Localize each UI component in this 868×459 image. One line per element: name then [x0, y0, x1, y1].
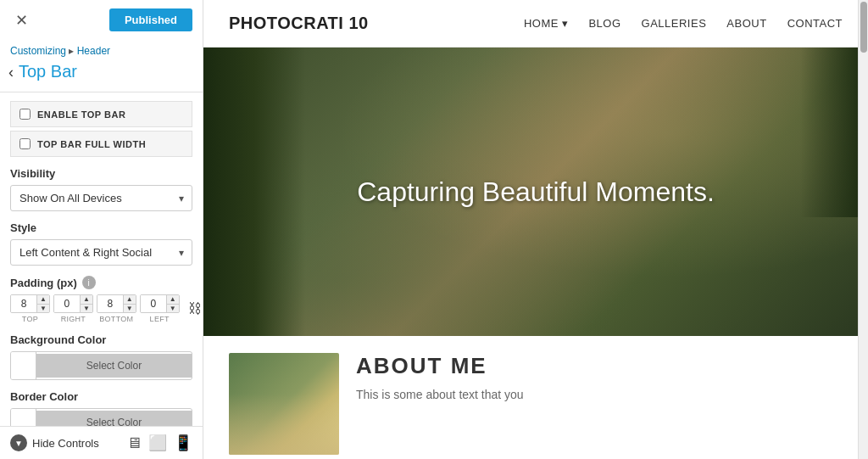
home-dropdown-icon: ▾ — [562, 17, 569, 30]
preview-scrollbar[interactable] — [858, 0, 868, 459]
padding-bottom-field: ▲ ▼ BOTTOM — [97, 294, 136, 323]
style-group: Style Left Content & Right Social Left S… — [10, 221, 192, 266]
spinbox-left-down[interactable]: ▼ — [167, 305, 179, 313]
spinbox-bottom-buttons: ▲ ▼ — [123, 295, 136, 312]
top-bar-full-width-label: TOP BAR FULL WIDTH — [37, 139, 146, 149]
padding-header: Padding (px) i — [10, 276, 192, 289]
site-nav: HOME ▾ BLOG GALLERIES ABOUT CONTACT — [524, 17, 843, 30]
visibility-select-wrapper: Show On All Devices Hide On Mobile Hide … — [10, 185, 192, 211]
hide-controls-button[interactable]: ▼ Hide Controls — [10, 434, 99, 451]
info-icon[interactable]: i — [82, 276, 96, 289]
padding-inputs: ▲ ▼ TOP ▲ ▼ RIGHT — [10, 294, 192, 323]
padding-left-input[interactable] — [141, 295, 166, 312]
preview-panel: PHOTOCRATI 10 HOME ▾ BLOG GALLERIES ABOU… — [203, 0, 868, 459]
style-select[interactable]: Left Content & Right Social Left Social … — [10, 239, 192, 266]
spinbox-bottom-down[interactable]: ▼ — [124, 305, 136, 313]
enable-top-bar-checkbox[interactable] — [19, 109, 31, 120]
tree-left-decoration — [203, 48, 305, 336]
nav-blog: BLOG — [588, 17, 620, 30]
top-bar-full-width-checkbox[interactable] — [19, 138, 31, 149]
section-title: Top Bar — [19, 62, 77, 81]
padding-right-spinbox[interactable]: ▲ ▼ — [53, 294, 93, 313]
background-color-swatch[interactable] — [11, 352, 36, 379]
breadcrumb-header-link[interactable]: Header — [77, 45, 110, 57]
padding-top-spinbox[interactable]: ▲ ▼ — [10, 294, 50, 313]
enable-top-bar-row[interactable]: ENABLE TOP BAR — [10, 101, 192, 127]
padding-top-field: ▲ ▼ TOP — [10, 294, 50, 323]
thumbnail-overlay — [229, 394, 339, 455]
nav-home: HOME ▾ — [524, 17, 569, 30]
visibility-select[interactable]: Show On All Devices Hide On Mobile Hide … — [10, 185, 192, 211]
breadcrumb: Customizing ▸ Header — [0, 38, 203, 59]
spinbox-top-down[interactable]: ▼ — [37, 305, 49, 313]
select-border-color-button[interactable]: Select Color — [36, 411, 192, 426]
desktop-icon[interactable]: 🖥 — [126, 434, 142, 452]
nav-galleries: GALLERIES — [642, 17, 707, 30]
border-color-section: Border Color Select Color — [10, 390, 192, 426]
border-color-picker: Select Color — [10, 408, 192, 426]
padding-right-field: ▲ ▼ RIGHT — [53, 294, 93, 323]
spinbox-right-up[interactable]: ▲ — [81, 295, 92, 305]
background-color-label: Background Color — [10, 333, 192, 346]
breadcrumb-customizing-link[interactable]: Customizing — [10, 45, 66, 57]
panel-footer: ▼ Hide Controls 🖥 ⬜ 📱 — [0, 426, 203, 459]
select-background-color-button[interactable]: Select Color — [36, 354, 192, 378]
back-button[interactable]: ‹ — [7, 64, 19, 80]
about-text: ABOUT ME This is some about text that yo… — [356, 353, 843, 455]
padding-label: Padding (px) — [10, 277, 77, 289]
spinbox-left-buttons: ▲ ▼ — [166, 295, 179, 312]
spinbox-bottom-up[interactable]: ▲ — [124, 295, 136, 305]
spinbox-top-up[interactable]: ▲ — [37, 295, 49, 305]
padding-left-spinbox[interactable]: ▲ ▼ — [140, 294, 180, 313]
scrollbar-thumb[interactable] — [860, 2, 867, 53]
spinbox-right-down[interactable]: ▼ — [81, 305, 92, 313]
nav-about: ABOUT — [726, 17, 766, 30]
spinbox-left-up[interactable]: ▲ — [167, 295, 179, 305]
customizer-panel: ✕ Published Customizing ▸ Header ‹ Top B… — [0, 0, 203, 459]
padding-left-label: LEFT — [150, 315, 170, 323]
nav-contact: CONTACT — [787, 17, 843, 30]
border-color-swatch[interactable] — [11, 409, 36, 426]
visibility-group: Visibility Show On All Devices Hide On M… — [10, 167, 192, 211]
panel-header: ✕ Published Customizing ▸ Header ‹ Top B… — [0, 0, 203, 92]
background-color-section: Background Color Select Color — [10, 333, 192, 380]
hero-section: Capturing Beautiful Moments. — [203, 48, 868, 336]
published-button[interactable]: Published — [109, 8, 192, 31]
style-select-wrapper: Left Content & Right Social Left Social … — [10, 239, 192, 266]
padding-bottom-label: BOTTOM — [99, 315, 133, 323]
padding-right-label: RIGHT — [61, 315, 86, 323]
about-description: This is some about text that you — [356, 386, 843, 404]
visibility-label: Visibility — [10, 167, 192, 180]
enable-top-bar-label: ENABLE TOP BAR — [37, 109, 125, 120]
home-nav-label: HOME — [524, 17, 559, 30]
close-button[interactable]: ✕ — [10, 9, 33, 31]
breadcrumb-separator: ▸ — [66, 45, 77, 57]
background-color-picker: Select Color — [10, 351, 192, 380]
content-section: ABOUT ME This is some about text that yo… — [203, 336, 868, 459]
padding-top-input[interactable] — [11, 295, 36, 312]
site-logo: PHOTOCRATI 10 — [229, 14, 369, 33]
site-header: PHOTOCRATI 10 HOME ▾ BLOG GALLERIES ABOU… — [203, 0, 868, 48]
padding-right-input[interactable] — [54, 295, 80, 312]
padding-left-field: ▲ ▼ LEFT — [140, 294, 180, 323]
hide-icon: ▼ — [10, 434, 27, 451]
spinbox-right-buttons: ▲ ▼ — [80, 295, 92, 312]
border-color-label: Border Color — [10, 390, 192, 403]
back-row: ‹ Top Bar — [0, 59, 203, 92]
about-thumbnail — [229, 353, 339, 455]
top-bar-full-width-row[interactable]: TOP BAR FULL WIDTH — [10, 131, 192, 157]
hero-headline: Capturing Beautiful Moments. — [357, 176, 715, 208]
hero-text: Capturing Beautiful Moments. — [357, 176, 715, 208]
padding-top-label: TOP — [22, 315, 38, 323]
link-padding-button[interactable]: ⛓ — [186, 301, 203, 316]
padding-bottom-spinbox[interactable]: ▲ ▼ — [97, 294, 136, 313]
footer-icons: 🖥 ⬜ 📱 — [126, 434, 192, 452]
panel-top-bar: ✕ Published — [0, 0, 203, 38]
about-title: ABOUT ME — [356, 353, 843, 379]
tablet-icon[interactable]: ⬜ — [148, 434, 167, 452]
panel-content: ENABLE TOP BAR TOP BAR FULL WIDTH Visibi… — [0, 92, 203, 426]
padding-bottom-input[interactable] — [97, 295, 123, 312]
style-label: Style — [10, 221, 192, 234]
spinbox-top-buttons: ▲ ▼ — [36, 295, 49, 312]
mobile-icon[interactable]: 📱 — [174, 434, 192, 452]
